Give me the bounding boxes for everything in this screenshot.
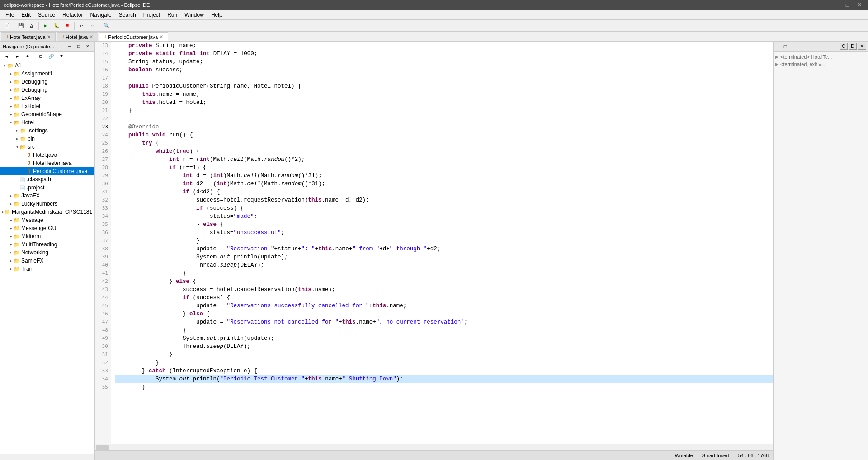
tree-item-exarray[interactable]: ▸📁ExArray xyxy=(0,94,94,102)
rpanel-item-0[interactable]: ▶<terminated> HotelTe... xyxy=(775,53,866,61)
scroll-thumb-left[interactable] xyxy=(96,445,109,450)
line-num-42: 42 xyxy=(95,277,111,286)
navigator-minimize-btn[interactable]: ─ xyxy=(66,42,74,51)
print-button[interactable]: 🖨 xyxy=(27,21,37,31)
menu-item-refactor[interactable]: Refactor xyxy=(59,11,86,19)
close-button[interactable]: ✕ xyxy=(854,2,864,8)
search-toolbar-button[interactable]: 🔍 xyxy=(101,21,111,31)
tree-item-train[interactable]: ▸📁Train xyxy=(0,265,94,273)
tree-item-luckynumbers[interactable]: ▸📁LuckyNumbers xyxy=(0,200,94,208)
tree-item-hotel-java[interactable]: JHotel.java xyxy=(0,151,94,159)
menu-item-edit[interactable]: Edit xyxy=(18,11,34,19)
menu-item-help[interactable]: Help xyxy=(208,11,226,19)
tree-item--project[interactable]: 📄.project xyxy=(0,183,94,192)
menu-item-file[interactable]: File xyxy=(2,11,18,19)
undo-button[interactable]: ↩ xyxy=(76,21,86,31)
menu-item-search[interactable]: Search xyxy=(115,11,140,19)
tab-periodic-close[interactable]: ✕ xyxy=(160,34,163,39)
tree-item-messengergui[interactable]: ▸📁MessengerGUI xyxy=(0,224,94,232)
rpanel-maximize-btn[interactable]: □ xyxy=(783,44,788,49)
code-line-35: } else { xyxy=(115,221,773,229)
tree-item-hoteltester-java[interactable]: JHotelTester.java xyxy=(0,159,94,167)
editor-area: 1314151617181920212223242526272829303132… xyxy=(95,42,773,460)
minimize-button[interactable]: ─ xyxy=(831,2,840,8)
navigator-title: Navigator (Deprecate... xyxy=(3,44,54,49)
rpanel-tab-c[interactable]: C xyxy=(840,43,848,50)
save-button[interactable]: 💾 xyxy=(16,21,26,31)
tree-item-multithreading[interactable]: ▸📁MultiThreading xyxy=(0,240,94,249)
nav-menu-btn[interactable]: ▼ xyxy=(57,52,66,61)
menu-item-source[interactable]: Source xyxy=(34,11,59,19)
menu-item-navigate[interactable]: Navigate xyxy=(86,11,115,19)
rpanel-minimize-btn[interactable]: ─ xyxy=(775,44,782,49)
menu-item-run[interactable]: Run xyxy=(164,11,181,19)
folder-icon: 📂 xyxy=(14,120,20,126)
tree-item-samlefx[interactable]: ▸📁SamleFX xyxy=(0,257,94,265)
tree-item-javafx[interactable]: ▸📁JavaFX xyxy=(0,192,94,200)
code-line-49: System.out.println(update); xyxy=(115,334,773,343)
folder-icon: 📂 xyxy=(20,144,26,150)
rpanel-terminated-icon: ▶ xyxy=(775,62,778,66)
code-line-55: } xyxy=(115,383,773,391)
tree-item-src[interactable]: ▾📂src xyxy=(0,143,94,151)
nav-back-btn[interactable]: ◀ xyxy=(2,52,12,61)
nav-collapse-btn[interactable]: ⊟ xyxy=(36,52,46,61)
tree-item-margaritamedinskaia_cpsc1181_[interactable]: ▸📁MargaritaMedinskaia_CPSC1181_ xyxy=(0,208,94,216)
tree-item-debugging[interactable]: ▸📁Debugging xyxy=(0,78,94,86)
line-num-54: 54 xyxy=(95,375,111,383)
tree-item-periodiccustomer-java[interactable]: JPeriodicCustomer.java xyxy=(0,167,94,175)
tree-toggle-icon: ▸ xyxy=(8,258,14,263)
navigator-maximize-btn[interactable]: □ xyxy=(75,42,83,51)
nav-up-btn[interactable]: ▲ xyxy=(23,52,33,61)
rpanel-item-1[interactable]: ▶<terminated, exit v... xyxy=(775,61,866,68)
navigator-header: Navigator (Deprecate... ─ □ ✕ xyxy=(0,42,94,52)
menu-item-window[interactable]: Window xyxy=(181,11,208,19)
run-button[interactable]: ▶ xyxy=(41,21,51,31)
tree-item-geometricshape[interactable]: ▸📁GeometricShape xyxy=(0,110,94,118)
navigator-close-btn[interactable]: ✕ xyxy=(84,42,92,51)
tab-hotel[interactable]: J Hotel.java ✕ xyxy=(57,32,98,41)
horizontal-scrollbar[interactable] xyxy=(95,444,773,450)
line-num-53: 53 xyxy=(95,367,111,375)
tree-item-message[interactable]: ▸📁Message xyxy=(0,216,94,224)
tab-hoteltester-close[interactable]: ✕ xyxy=(47,34,51,39)
tree-item-label: .project xyxy=(27,184,44,191)
tab-periodiccustomer[interactable]: J PeriodicCustomer.java ✕ xyxy=(99,32,168,41)
navigator-scrollbar[interactable] xyxy=(0,454,94,460)
tree-item-exhotel[interactable]: ▸📁ExHotel xyxy=(0,102,94,110)
tab-periodic-icon: J xyxy=(104,34,106,39)
code-content[interactable]: private String name; private static fina… xyxy=(111,42,773,391)
line-num-22: 22 xyxy=(95,115,111,123)
tree-item-debugging_[interactable]: ▸📁Debugging_ xyxy=(0,86,94,94)
tab-hotel-close[interactable]: ✕ xyxy=(90,34,93,39)
redo-button[interactable]: ↪ xyxy=(87,21,97,31)
code-editor[interactable]: private String name; private static fina… xyxy=(111,42,773,444)
tree-item-assignment1[interactable]: ▸📁Assignment1 xyxy=(0,70,94,78)
stop-button[interactable]: ■ xyxy=(62,21,72,31)
rpanel-tab-d[interactable]: D xyxy=(849,43,857,50)
tree-item-networking[interactable]: ▸📁Networking xyxy=(0,249,94,257)
tab-hoteltester-icon: J xyxy=(6,34,8,39)
new-button[interactable]: 📄 xyxy=(2,21,12,31)
right-panel-header: ─ □ C D ✕ xyxy=(774,42,868,52)
tree-item-hotel[interactable]: ▾📂Hotel xyxy=(0,118,94,127)
nav-forward-btn[interactable]: ▶ xyxy=(12,52,22,61)
debug-button[interactable]: 🐛 xyxy=(52,21,61,31)
tree-item--settings[interactable]: ▸📁.settings xyxy=(0,127,94,135)
maximize-button[interactable]: □ xyxy=(843,2,852,8)
nav-link-btn[interactable]: 🔗 xyxy=(46,52,56,61)
tree-item-midterm[interactable]: ▸📁Midterm xyxy=(0,232,94,240)
menu-item-project[interactable]: Project xyxy=(140,11,164,19)
code-line-23: @Override xyxy=(115,123,773,131)
folder-icon: 📁 xyxy=(14,266,20,272)
tree-item-label: Debugging_ xyxy=(21,87,51,93)
rpanel-close-btn[interactable]: ✕ xyxy=(858,43,866,50)
tree-toggle-icon: ▸ xyxy=(2,63,7,68)
tree-item--classpath[interactable]: 📄.classpath xyxy=(0,175,94,183)
tree-item-a1[interactable]: ▸📁A1 xyxy=(0,61,94,70)
code-line-31: if (d<d2) { xyxy=(115,188,773,196)
tab-hoteltester[interactable]: J HotelTester.java ✕ xyxy=(1,32,56,41)
tree-item-bin[interactable]: ▸📁bin xyxy=(0,135,94,143)
toolbar-sep-3 xyxy=(74,22,75,30)
title-bar-controls: ─ □ ✕ xyxy=(831,2,864,8)
